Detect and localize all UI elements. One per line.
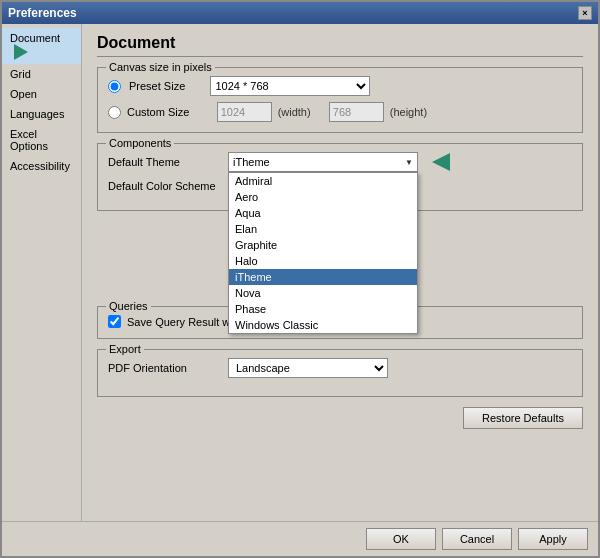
sidebar-item-label: Document xyxy=(10,32,60,44)
sidebar-item-label: Open xyxy=(10,88,37,100)
bottom-bar: OK Cancel Apply xyxy=(2,521,598,556)
window-title: Preferences xyxy=(8,6,77,20)
theme-option-windows-classic[interactable]: Windows Classic xyxy=(229,317,417,333)
export-group-label: Export xyxy=(106,343,144,355)
restore-defaults-button[interactable]: Restore Defaults xyxy=(463,407,583,429)
cancel-button[interactable]: Cancel xyxy=(442,528,512,550)
canvas-group: Canvas size in pixels Preset Size 1024 *… xyxy=(97,67,583,133)
theme-option-phase[interactable]: Phase xyxy=(229,301,417,317)
width-input[interactable] xyxy=(217,102,272,122)
theme-dropdown-list: Admiral Aero Aqua Elan Graphite Halo iTh… xyxy=(228,172,418,334)
main-content: Document Grid Open Languages Excel Optio… xyxy=(2,24,598,521)
close-button[interactable]: × xyxy=(578,6,592,20)
arrow-indicator xyxy=(432,153,450,171)
theme-dropdown[interactable]: iTheme ▼ xyxy=(228,152,418,172)
close-icon: × xyxy=(582,8,587,18)
theme-option-graphite[interactable]: Graphite xyxy=(229,237,417,253)
custom-radio[interactable] xyxy=(108,106,121,119)
theme-option-admiral[interactable]: Admiral xyxy=(229,173,417,189)
height-input[interactable] xyxy=(329,102,384,122)
preferences-window: Preferences × Document Grid Open Languag… xyxy=(0,0,600,558)
default-color-scheme-label: Default Color Scheme xyxy=(108,180,228,192)
content-area: Document Canvas size in pixels Preset Si… xyxy=(82,24,598,521)
sidebar-item-label: Accessibility xyxy=(10,160,70,172)
custom-label: Custom Size xyxy=(127,106,189,118)
title-bar-left: Preferences xyxy=(8,6,77,20)
width-label: (width) xyxy=(278,106,311,118)
export-group: Export PDF Orientation Landscape Portrai… xyxy=(97,349,583,397)
preset-label: Preset Size xyxy=(129,80,185,92)
pdf-orientation-row: PDF Orientation Landscape Portrait xyxy=(108,358,572,378)
components-group-label: Components xyxy=(106,137,174,149)
canvas-group-label: Canvas size in pixels xyxy=(106,61,215,73)
preset-radio[interactable] xyxy=(108,80,121,93)
queries-group-label: Queries xyxy=(106,300,151,312)
sidebar-item-document[interactable]: Document xyxy=(2,28,81,64)
sidebar-item-label: Grid xyxy=(10,68,31,80)
components-group: Components Default Theme iTheme ▼ xyxy=(97,143,583,211)
theme-option-nova[interactable]: Nova xyxy=(229,285,417,301)
ok-button[interactable]: OK xyxy=(366,528,436,550)
apply-button[interactable]: Apply xyxy=(518,528,588,550)
theme-option-elan[interactable]: Elan xyxy=(229,221,417,237)
custom-row: Custom Size (width) (height) xyxy=(108,102,572,122)
restore-row: Restore Defaults xyxy=(97,407,583,429)
sidebar-item-label: Languages xyxy=(10,108,64,120)
sidebar-item-accessibility[interactable]: Accessibility xyxy=(2,156,81,176)
sidebar: Document Grid Open Languages Excel Optio… xyxy=(2,24,82,521)
sidebar-item-languages[interactable]: Languages xyxy=(2,104,81,124)
height-label: (height) xyxy=(390,106,427,118)
theme-current-value: iTheme xyxy=(233,156,270,168)
page-title: Document xyxy=(97,34,583,57)
theme-option-aqua[interactable]: Aqua xyxy=(229,205,417,221)
theme-option-itheme[interactable]: iTheme xyxy=(229,269,417,285)
sidebar-arrow-icon xyxy=(14,44,28,60)
preset-select[interactable]: 1024 * 768 800 * 600 1280 * 960 1600 * 1… xyxy=(210,76,370,96)
preset-row: Preset Size 1024 * 768 800 * 600 1280 * … xyxy=(108,76,572,96)
dropdown-arrow-icon: ▼ xyxy=(405,158,413,167)
title-bar: Preferences × xyxy=(2,2,598,24)
theme-option-aero[interactable]: Aero xyxy=(229,189,417,205)
theme-dropdown-container: iTheme ▼ Admiral Aero Aqua Elan xyxy=(228,152,418,172)
sidebar-item-open[interactable]: Open xyxy=(2,84,81,104)
theme-option-halo[interactable]: Halo xyxy=(229,253,417,269)
default-theme-row: Default Theme iTheme ▼ Admiral xyxy=(108,152,572,172)
teal-arrow-icon xyxy=(432,153,450,171)
sidebar-item-excel-options[interactable]: Excel Options xyxy=(2,124,81,156)
sidebar-item-grid[interactable]: Grid xyxy=(2,64,81,84)
pdf-orientation-select[interactable]: Landscape Portrait xyxy=(228,358,388,378)
sidebar-item-label: Excel Options xyxy=(10,128,48,152)
default-theme-label: Default Theme xyxy=(108,156,228,168)
radio-group: Preset Size 1024 * 768 800 * 600 1280 * … xyxy=(108,76,572,122)
pdf-orientation-label: PDF Orientation xyxy=(108,362,228,374)
save-query-checkbox[interactable] xyxy=(108,315,121,328)
